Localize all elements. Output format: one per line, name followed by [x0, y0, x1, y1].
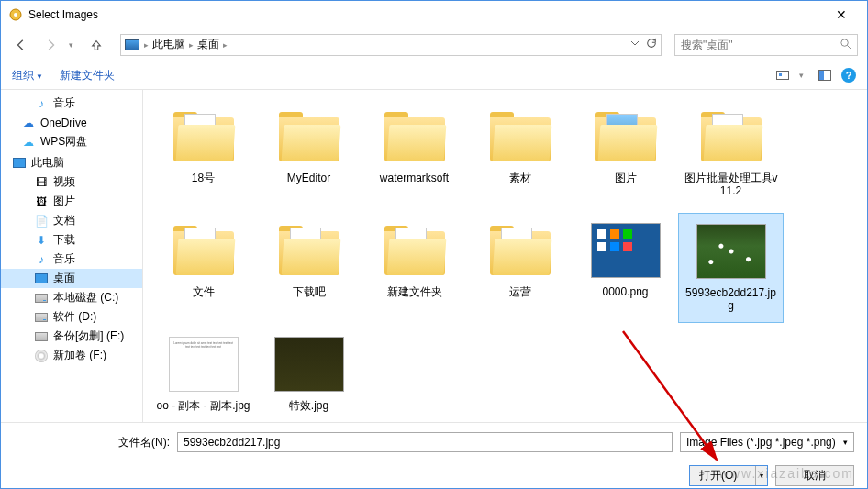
file-item-5[interactable]: 图片批量处理工具v11.2 [678, 99, 784, 209]
sidebar-item-label: 新加卷 (F:) [53, 348, 106, 363]
file-thumb [167, 105, 240, 169]
sidebar-item-2[interactable]: ☁WPS网盘 [1, 132, 142, 151]
file-item-9[interactable]: 运营 [467, 213, 573, 323]
file-thumb [273, 332, 346, 396]
sidebar-item-label: 文档 [53, 213, 75, 228]
sidebar-item-label: 软件 (D:) [53, 309, 96, 325]
sidebar-item-label: 音乐 [53, 95, 75, 111]
file-label: 5993ecb2dd217.jpg [679, 286, 783, 312]
search-icon[interactable] [840, 38, 851, 52]
chevron-down-icon: ▾ [843, 438, 848, 447]
file-item-0[interactable]: 18号 [150, 99, 256, 209]
back-button[interactable] [10, 34, 32, 56]
footer: 文件名(N): Image Files (*.jpg *.jpeg *.png)… [1, 422, 867, 489]
crumb-sep[interactable]: ▸ [143, 40, 150, 50]
crumb-pc[interactable]: 此电脑 [150, 37, 188, 52]
file-thumb [378, 218, 451, 283]
filter-text: Image Files (*.jpg *.jpeg *.png) [686, 436, 836, 449]
crumb-sep[interactable]: ▸ [188, 40, 195, 50]
sidebar-item-5[interactable]: 🖼图片 [1, 192, 142, 211]
file-item-10[interactable]: 0000.png [573, 213, 678, 323]
sidebar-item-label: 备份[勿删] (E:) [53, 328, 124, 344]
file-label: oo - 副本 - 副本.jpg [152, 399, 253, 412]
file-item-3[interactable]: 素材 [467, 99, 573, 209]
sidebar-item-11[interactable]: 软件 (D:) [1, 307, 142, 327]
organize-menu[interactable]: 组织▼ [12, 68, 43, 83]
file-thumb [167, 218, 240, 283]
file-thumb [378, 105, 451, 169]
titlebar: Select Images ✕ [1, 1, 867, 28]
close-button[interactable]: ✕ [823, 2, 860, 28]
file-thumb [484, 105, 557, 169]
filename-input[interactable] [177, 432, 673, 452]
file-thumb [695, 105, 768, 169]
search-box[interactable] [674, 34, 858, 56]
up-button[interactable] [85, 34, 107, 56]
crumb-desktop[interactable]: 桌面 [195, 37, 222, 52]
file-label: 新建文件夹 [384, 285, 446, 298]
sidebar-item-9[interactable]: 桌面 [1, 269, 142, 288]
preview-pane-button[interactable] [818, 68, 832, 83]
file-item-4[interactable]: 图片 [573, 99, 678, 209]
file-label: 运营 [506, 285, 535, 298]
sidebar-item-1[interactable]: ☁OneDrive [1, 113, 142, 132]
sidebar-item-12[interactable]: 备份[勿删] (E:) [1, 327, 142, 346]
file-item-2[interactable]: watermarksoft [362, 99, 467, 209]
sidebar-item-6[interactable]: 📄文档 [1, 211, 142, 230]
file-thumb [589, 105, 662, 169]
file-content: 18号MyEditorwatermarksoft素材图片图片批量处理工具v11.… [143, 90, 867, 422]
sidebar-item-3[interactable]: 此电脑 [1, 153, 142, 172]
help-button[interactable]: ? [841, 68, 856, 83]
file-thumb [484, 218, 557, 283]
pc-icon [125, 39, 139, 50]
cancel-button[interactable]: 取消 [775, 465, 854, 486]
view-dropdown[interactable]: ▾ [799, 71, 808, 80]
app-icon [8, 7, 23, 22]
file-thumb [589, 218, 662, 283]
forward-button[interactable] [39, 34, 61, 56]
address-bar[interactable]: ▸ 此电脑 ▸ 桌面 ▸ [120, 34, 662, 56]
address-dropdown-icon[interactable] [629, 38, 640, 51]
file-label: MyEditor [284, 172, 334, 184]
file-item-11[interactable]: 5993ecb2dd217.jpg [678, 213, 784, 323]
svg-line-3 [847, 45, 851, 49]
sidebar-item-13[interactable]: 新加卷 (F:) [1, 346, 142, 365]
search-input[interactable] [681, 39, 840, 51]
sidebar-item-7[interactable]: ⬇下载 [1, 230, 142, 250]
file-label: 图片 [611, 172, 640, 184]
filetype-filter[interactable]: Image Files (*.jpg *.jpeg *.png) ▾ [680, 432, 854, 452]
crumb-sep[interactable]: ▸ [222, 40, 228, 50]
file-label: 特效.jpg [285, 399, 332, 412]
file-label: 0000.png [598, 285, 651, 298]
file-label: 18号 [188, 172, 218, 184]
sidebar-item-10[interactable]: 本地磁盘 (C:) [1, 288, 142, 307]
file-thumb [273, 105, 346, 169]
file-thumb: Lorem ipsum dolor sit amet text text tex… [167, 332, 240, 396]
sidebar-item-4[interactable]: 🎞视频 [1, 172, 142, 192]
sidebar-item-label: 下载 [53, 232, 75, 248]
svg-point-1 [14, 13, 17, 17]
file-item-1[interactable]: MyEditor [256, 99, 362, 209]
file-item-12[interactable]: Lorem ipsum dolor sit amet text text tex… [150, 327, 256, 422]
new-folder-button[interactable]: 新建文件夹 [60, 68, 115, 83]
file-item-13[interactable]: 特效.jpg [256, 327, 362, 422]
sidebar-item-label: 此电脑 [31, 155, 64, 171]
sidebar-item-label: 视频 [53, 174, 75, 190]
file-thumb [695, 219, 768, 283]
file-item-7[interactable]: 下载吧 [256, 213, 362, 323]
file-label: 下载吧 [289, 285, 329, 298]
view-icons-button[interactable] [775, 68, 790, 83]
history-dropdown[interactable]: ▾ [69, 40, 78, 50]
file-item-8[interactable]: 新建文件夹 [362, 213, 467, 323]
window-title: Select Images [28, 8, 823, 21]
svg-point-2 [841, 39, 848, 45]
sidebar-item-label: 图片 [53, 194, 75, 209]
refresh-icon[interactable] [646, 38, 657, 51]
main-area: ♪音乐☁OneDrive☁WPS网盘此电脑🎞视频🖼图片📄文档⬇下载♪音乐桌面本地… [1, 90, 867, 422]
sidebar-item-8[interactable]: ♪音乐 [1, 250, 142, 269]
file-thumb [273, 218, 346, 283]
sidebar-item-0[interactable]: ♪音乐 [1, 94, 142, 113]
filename-label: 文件名(N): [14, 435, 170, 450]
open-button[interactable]: 打开(O)▾ [689, 465, 768, 486]
file-item-6[interactable]: 文件 [150, 213, 256, 323]
